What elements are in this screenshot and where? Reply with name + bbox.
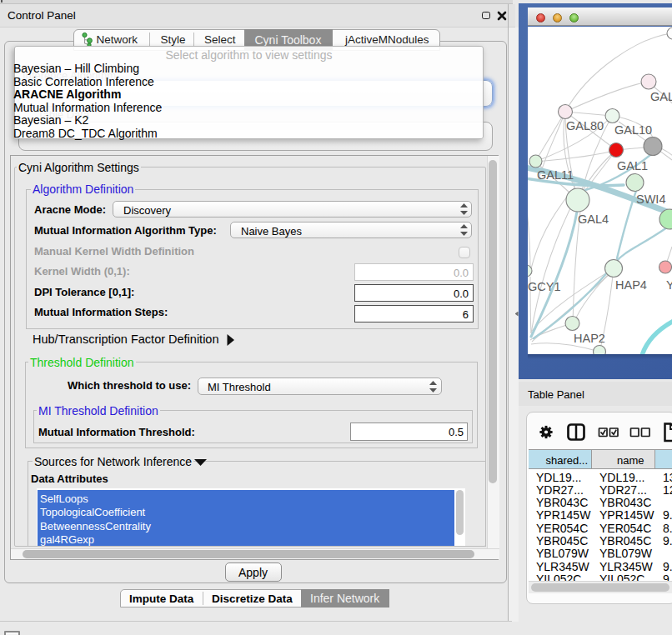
- svg-text:GAL80: GAL80: [566, 119, 604, 132]
- svg-text:GAL10: GAL10: [614, 123, 652, 137]
- svg-text:HAP2: HAP2: [574, 332, 605, 345]
- svg-text:GCY1: GCY1: [528, 280, 561, 293]
- svg-text:GAL4: GAL4: [578, 212, 609, 226]
- svg-text:SWI4: SWI4: [636, 192, 665, 206]
- svg-text:HAP4: HAP4: [615, 278, 647, 292]
- svg-text:GAL1: GAL1: [617, 159, 648, 172]
- svg-text:Y: Y: [666, 278, 672, 292]
- svg-text:GAL2: GAL2: [650, 90, 672, 103]
- svg-text:GAL11: GAL11: [537, 168, 574, 182]
